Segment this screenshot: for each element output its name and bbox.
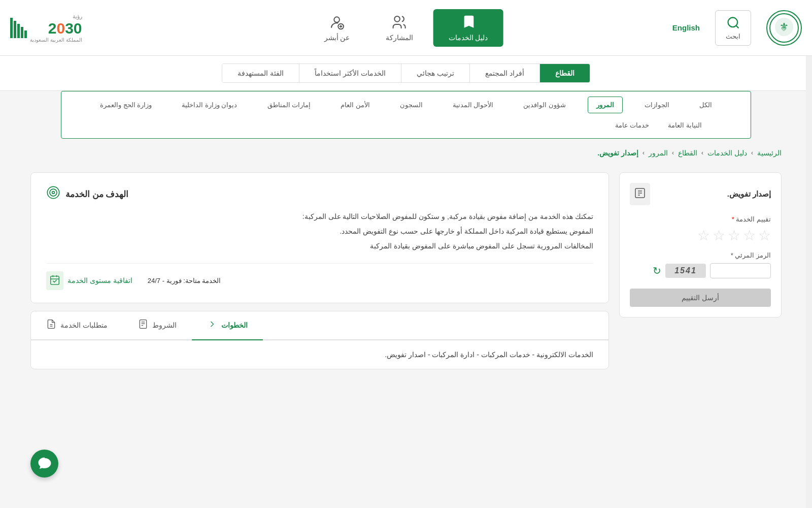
star-5[interactable]: ☆ bbox=[758, 227, 771, 244]
service-sla-link[interactable]: اتفاقية مستوى الخدمة bbox=[46, 271, 132, 290]
service-goal-title: الهدف من الخدمة bbox=[65, 189, 128, 200]
search-button[interactable]: ابحث bbox=[715, 10, 751, 46]
nav-item-about[interactable]: عن أبشر bbox=[309, 9, 365, 47]
tab-conditions-label: الشروط bbox=[152, 321, 177, 329]
tab-requirements-icon bbox=[46, 319, 56, 332]
svg-text:⚜: ⚜ bbox=[780, 21, 789, 32]
header-right-section: 🛡 ⚜ ابحث English bbox=[672, 10, 802, 46]
captcha-required: * bbox=[731, 251, 733, 259]
main-content: إصدار تفويض. تقييم الخدمة * ☆ ☆ ☆ bbox=[0, 167, 812, 379]
english-link[interactable]: English bbox=[672, 23, 700, 32]
rating-card-icon bbox=[630, 183, 650, 205]
nav-label-participation: المشاركة bbox=[386, 34, 413, 42]
service-desc-line2: المفوض يستطيع قيادة المركبة داخل المملكة… bbox=[46, 225, 593, 238]
tab-steps-icon bbox=[207, 319, 217, 332]
star-2[interactable]: ☆ bbox=[713, 227, 725, 244]
svg-point-14 bbox=[52, 192, 55, 194]
logo: 🛡 ⚜ bbox=[766, 10, 802, 46]
vision-label: رؤية bbox=[73, 13, 82, 20]
sector-interior[interactable]: ديوان وزارة الداخلية bbox=[174, 97, 245, 113]
vision-year: 2030 bbox=[48, 20, 82, 37]
breadcrumb-current: إصدار تفويض. bbox=[597, 149, 638, 157]
sector-prisons[interactable]: السجون bbox=[392, 97, 431, 113]
breadcrumb-section: إصدار تفويض. › المرور › القطاع › دليل ال… bbox=[0, 139, 812, 167]
captcha-row: 1541 ↻ bbox=[630, 263, 771, 278]
tab-most-used[interactable]: الخدمات الأكثر استخداماً bbox=[299, 64, 401, 82]
sector-all[interactable]: الكل bbox=[691, 97, 720, 113]
tab-steps-label: الخطوات bbox=[221, 321, 248, 329]
goal-icon bbox=[46, 185, 60, 203]
steps-content: الخدمات الالكترونية - خدمات المركبات - ا… bbox=[46, 351, 593, 359]
svg-point-5 bbox=[394, 16, 400, 22]
submit-rating-button[interactable]: أرسل التقييم bbox=[630, 289, 771, 307]
tab-requirements[interactable]: متطلبات الخدمة bbox=[31, 311, 123, 340]
breadcrumb-home[interactable]: الرئيسية bbox=[757, 149, 782, 157]
sector-public-security[interactable]: الأمن العام bbox=[332, 97, 378, 113]
breadcrumb-sep-3: › bbox=[672, 149, 674, 156]
tab-community[interactable]: أفراد المجتمع bbox=[469, 64, 539, 82]
tab-steps[interactable]: الخطوات bbox=[192, 311, 263, 340]
tabs-row: القطاع أفراد المجتمع ترتيب هجائي الخدمات… bbox=[222, 64, 590, 83]
rating-card-title: إصدار تفويض. bbox=[727, 189, 771, 199]
svg-rect-15 bbox=[51, 276, 59, 284]
captcha-section: الرمز المرئي * 1541 ↻ bbox=[630, 251, 771, 278]
sector-expatriates[interactable]: شؤون الوافدين bbox=[515, 97, 574, 113]
tabs-section: القطاع أفراد المجتمع ترتيب هجائي الخدمات… bbox=[0, 56, 812, 91]
bottom-tabs-card: الخطوات الشروط bbox=[30, 311, 609, 369]
nav-label-services: دليل الخدمات bbox=[449, 34, 488, 42]
star-4[interactable]: ☆ bbox=[743, 227, 756, 244]
scrollbar-track[interactable] bbox=[806, 0, 812, 379]
breadcrumb-traffic[interactable]: المرور bbox=[649, 149, 668, 157]
breadcrumb-sep-1: › bbox=[751, 149, 753, 156]
sector-traffic[interactable]: المرور bbox=[588, 97, 623, 113]
breadcrumb-sep-2: › bbox=[701, 149, 703, 156]
sector-civil[interactable]: الأحوال المدنية bbox=[445, 97, 502, 113]
sector-general-services[interactable]: خدمات عامة bbox=[607, 117, 658, 133]
star-1[interactable]: ☆ bbox=[697, 227, 710, 244]
rating-required: * bbox=[732, 215, 734, 223]
sector-passports[interactable]: الجوازات bbox=[636, 97, 678, 113]
nav-item-services-guide[interactable]: دليل الخدمات bbox=[433, 9, 503, 47]
breadcrumb: إصدار تفويض. › المرور › القطاع › دليل ال… bbox=[30, 149, 782, 157]
svg-point-4 bbox=[728, 17, 737, 27]
service-availability: الخدمة متاحة: فورية - 24/7 bbox=[148, 277, 221, 284]
bottom-tabs-header: الخطوات الشروط bbox=[31, 311, 608, 340]
bottom-tab-content: الخدمات الالكترونية - خدمات المركبات - ا… bbox=[31, 340, 608, 369]
star-3[interactable]: ☆ bbox=[728, 227, 740, 244]
breadcrumb-guide[interactable]: دليل الخدمات bbox=[707, 149, 747, 157]
header: 🛡 ⚜ ابحث English دليل الخدمات المشاركة bbox=[0, 0, 812, 56]
breadcrumb-sector[interactable]: القطاع bbox=[678, 149, 697, 157]
sla-icon bbox=[46, 271, 63, 290]
captcha-input[interactable] bbox=[710, 263, 771, 278]
nav-label-about: عن أبشر bbox=[324, 34, 350, 42]
captcha-label: الرمز المرئي * bbox=[630, 251, 771, 259]
left-panel: إصدار تفويض. تقييم الخدمة * ☆ ☆ ☆ bbox=[619, 172, 782, 369]
captcha-image: 1541 bbox=[665, 264, 706, 278]
tab-alphabetical[interactable]: ترتيب هجائي bbox=[401, 64, 469, 82]
tab-target-group[interactable]: الفئة المستهدفة bbox=[222, 64, 299, 82]
tab-sector[interactable]: القطاع bbox=[539, 64, 590, 82]
tab-conditions[interactable]: الشروط bbox=[123, 311, 192, 340]
sector-regions[interactable]: إمارات المناطق bbox=[259, 97, 319, 113]
service-desc-line3: المخالفات المرورية تسجل على المفوض مباشر… bbox=[46, 240, 593, 252]
vision-logo: رؤية 2030 المملكة العربية السعودية bbox=[10, 13, 82, 43]
svg-point-13 bbox=[50, 189, 57, 196]
svg-point-12 bbox=[47, 186, 59, 198]
rating-card: إصدار تفويض. تقييم الخدمة * ☆ ☆ ☆ bbox=[619, 172, 782, 318]
sector-hajj[interactable]: وزارة الحج والعمرة bbox=[92, 97, 160, 113]
sector-items-row1: الكل الجوازات المرور شؤون الوافدين الأحو… bbox=[92, 97, 720, 113]
sector-prosecution[interactable]: النيابة العامة bbox=[660, 117, 710, 133]
svg-point-6 bbox=[334, 17, 340, 22]
stars-row: ☆ ☆ ☆ ☆ ☆ bbox=[630, 227, 771, 244]
tab-conditions-icon bbox=[138, 319, 148, 332]
captcha-refresh-icon[interactable]: ↻ bbox=[653, 265, 661, 277]
service-desc-line1: تمكنك هذه الخدمة من إضافة مفوض بقيادة مر… bbox=[46, 210, 593, 223]
sla-label: اتفاقية مستوى الخدمة bbox=[67, 276, 132, 284]
sector-items-row2: النيابة العامة خدمات عامة bbox=[92, 117, 720, 133]
search-label: ابحث bbox=[726, 33, 740, 40]
header-center-nav: دليل الخدمات المشاركة عن أبشر bbox=[309, 9, 503, 47]
service-level-row: الخدمة متاحة: فورية - 24/7 اتفاقية مستوى… bbox=[46, 263, 593, 290]
rating-card-header: إصدار تفويض. bbox=[630, 183, 771, 205]
nav-item-participation[interactable]: المشاركة bbox=[370, 9, 428, 47]
kingdom-label: المملكة العربية السعودية bbox=[30, 37, 82, 43]
